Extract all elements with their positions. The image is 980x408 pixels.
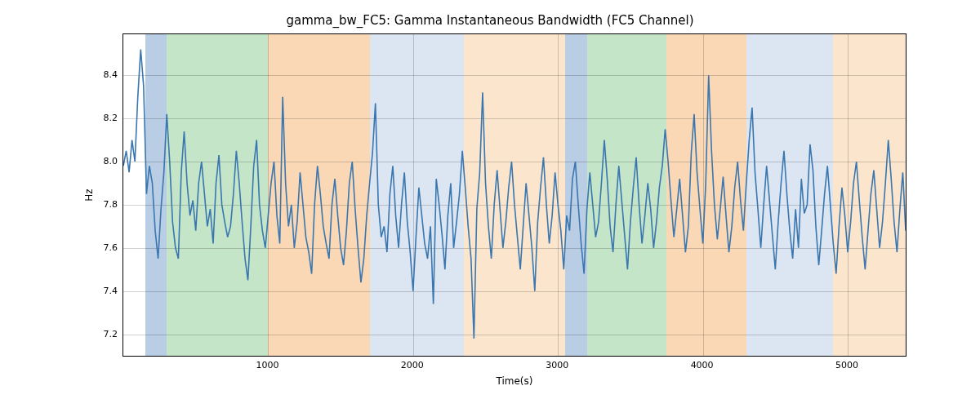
y-axis-label: Hz <box>83 33 100 357</box>
y-tick-label: 8.2 <box>85 113 118 123</box>
series-line <box>123 50 906 339</box>
y-tick-label: 7.8 <box>85 198 118 209</box>
y-tick-label: 8.4 <box>85 69 118 80</box>
plot-area <box>122 33 906 357</box>
x-tick-label: 2000 <box>392 360 433 370</box>
x-tick-label: 3000 <box>537 360 577 370</box>
chart-title: gamma_bw_FC5: Gamma Instantaneous Bandwi… <box>0 13 980 28</box>
line-plot <box>123 34 906 356</box>
x-axis-label: Time(s) <box>122 375 906 387</box>
x-tick-label: 1000 <box>247 360 287 370</box>
y-tick-label: 8.0 <box>85 156 118 166</box>
figure: gamma_bw_FC5: Gamma Instantaneous Bandwi… <box>0 0 980 408</box>
y-tick-label: 7.6 <box>85 242 118 252</box>
y-tick-label: 7.2 <box>85 328 118 339</box>
x-tick-label: 5000 <box>826 360 867 370</box>
y-tick-label: 7.4 <box>85 285 118 295</box>
x-tick-label: 4000 <box>682 360 723 370</box>
